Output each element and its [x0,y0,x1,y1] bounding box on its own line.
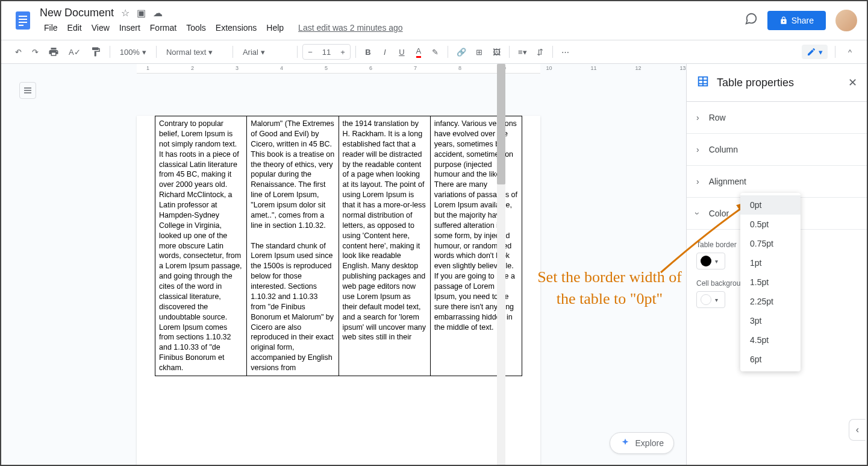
svg-rect-0 [16,11,30,30]
main-area: 1234567891011121314 Contrary to popular … [1,64,867,465]
dropdown-option-1-5pt[interactable]: 1.5pt [740,272,801,292]
sidebar-title: Table properties [717,77,841,89]
menu-help[interactable]: Help [262,20,288,35]
comment-history-icon[interactable] [745,12,758,29]
collapse-toolbar-button[interactable]: ^ [843,43,857,60]
table-cell[interactable]: Malorum" (The Extremes of Good and Evil)… [247,116,339,376]
bg-color-picker[interactable]: ▾ [696,291,725,308]
menu-format[interactable]: Format [146,20,181,35]
font-size-increase[interactable]: + [336,45,350,59]
chevron-down-icon: › [693,212,702,215]
table-icon [696,75,710,90]
sidebar-section-column[interactable]: › Column [687,134,867,166]
sidebar-header: Table properties ✕ [687,64,867,102]
font-size-control: − 11 + [302,44,351,60]
section-label: Color [709,209,729,218]
border-color-picker[interactable]: ▾ [696,253,725,269]
side-panel-toggle[interactable]: ‹ [849,419,866,441]
underline-button[interactable]: U [395,43,409,60]
chevron-right-icon: › [696,113,699,122]
menu-view[interactable]: View [87,20,114,35]
section-label: Alignment [709,177,746,186]
menu-bar: File Edit View Insert Format Tools Exten… [40,20,745,35]
title-icons: ☆ ▣ ☁ [121,7,163,19]
dropdown-option-4-5pt[interactable]: 4.5pt [740,330,801,350]
move-icon[interactable]: ▣ [137,7,146,19]
table-row[interactable]: Contrary to popular belief, Lorem Ipsum … [155,116,522,376]
dropdown-option-3pt[interactable]: 3pt [740,311,801,330]
editing-mode-button[interactable]: ▾ [802,45,828,59]
style-select[interactable]: Normal text▾ [161,45,228,59]
table-cell[interactable]: infancy. Various versions have evolved o… [430,116,522,376]
menu-extensions[interactable]: Extensions [211,20,261,35]
paint-format-button[interactable] [87,43,105,60]
border-width-dropdown: 0pt0.5pt0.75pt1pt1.5pt2.25pt3pt4.5pt6pt [740,193,801,371]
align-button[interactable]: ≡▾ [514,43,531,60]
font-select[interactable]: Arial▾ [238,45,292,59]
print-button[interactable] [45,43,63,60]
section-label: Column [709,145,738,154]
page[interactable]: Contrary to popular belief, Lorem Ipsum … [137,116,540,465]
chevron-right-icon: › [696,177,699,186]
dropdown-option-2-25pt[interactable]: 2.25pt [740,292,801,311]
table-cell[interactable]: the 1914 translation by H. Rackham. It i… [339,116,430,376]
zoom-select[interactable]: 100%▾ [115,45,151,59]
dropdown-option-1pt[interactable]: 1pt [740,253,801,272]
header-right: Share [745,10,857,31]
svg-rect-3 [19,22,27,23]
dropdown-option-0-5pt[interactable]: 0.5pt [740,215,801,234]
title-row: New Document ☆ ▣ ☁ [40,7,745,19]
bold-button[interactable]: B [361,43,375,60]
menu-insert[interactable]: Insert [115,20,145,35]
font-size-decrease[interactable]: − [303,45,317,59]
document-area: 1234567891011121314 Contrary to popular … [1,64,686,465]
content-table[interactable]: Contrary to popular belief, Lorem Ipsum … [155,116,522,376]
add-comment-button[interactable]: ⊞ [472,43,487,60]
dropdown-option-0pt[interactable]: 0pt [740,195,801,215]
svg-rect-1 [19,16,27,17]
horizontal-ruler[interactable]: 1234567891011121314 [137,64,540,74]
italic-button[interactable]: I [378,43,392,60]
document-title[interactable]: New Document [40,7,114,19]
docs-logo[interactable] [11,8,35,33]
redo-button[interactable]: ↷ [28,43,42,60]
explore-label: Explore [635,438,664,448]
svg-rect-4 [19,25,23,26]
border-color-swatch [701,256,711,266]
title-area: New Document ☆ ▣ ☁ File Edit View Insert… [40,7,745,35]
spellcheck-button[interactable]: A✓ [65,43,84,60]
share-label: Share [792,16,814,25]
explore-button[interactable]: Explore [610,432,674,454]
app-header: New Document ☆ ▣ ☁ File Edit View Insert… [1,1,867,40]
line-spacing-button[interactable]: ⇵ [533,43,548,60]
share-button[interactable]: Share [767,11,826,30]
table-cell[interactable]: Contrary to popular belief, Lorem Ipsum … [155,116,247,376]
bg-color-swatch [701,294,711,305]
star-icon[interactable]: ☆ [121,7,130,19]
menu-edit[interactable]: Edit [63,20,86,35]
dropdown-option-0-75pt[interactable]: 0.75pt [740,234,801,253]
close-sidebar-button[interactable]: ✕ [848,76,857,89]
dropdown-option-6pt[interactable]: 6pt [740,350,801,369]
insert-image-button[interactable]: 🖼 [489,43,504,60]
undo-button[interactable]: ↶ [11,43,25,60]
highlight-button[interactable]: ✎ [428,43,443,60]
svg-rect-2 [19,19,27,20]
font-size-value[interactable]: 11 [317,48,336,57]
more-button[interactable]: ⋯ [558,43,573,60]
outline-button[interactable] [19,82,36,99]
insert-link-button[interactable]: 🔗 [453,43,470,60]
user-avatar[interactable] [835,10,857,31]
toolbar: ↶ ↷ A✓ 100%▾ Normal text▾ Arial▾ − 11 + … [1,40,867,64]
text-color-button[interactable]: A [411,43,426,60]
cloud-icon[interactable]: ☁ [153,7,163,19]
menu-tools[interactable]: Tools [182,20,210,35]
section-label: Row [709,113,726,122]
chevron-right-icon: › [696,145,699,154]
last-edit-link[interactable]: Last edit was 2 minutes ago [294,20,407,35]
sidebar-section-row[interactable]: › Row [687,102,867,134]
vertical-scrollbar[interactable] [497,64,505,465]
menu-file[interactable]: File [40,20,62,35]
